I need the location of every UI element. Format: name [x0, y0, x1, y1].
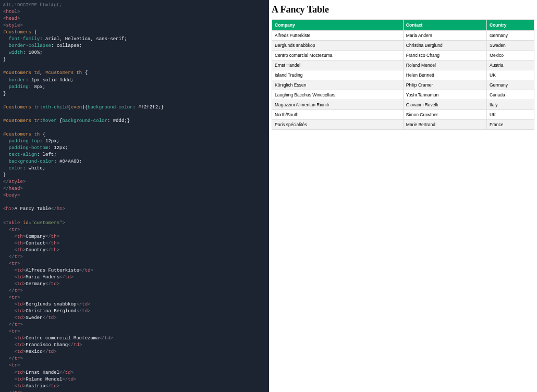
- table-cell: Yoshi Tannamuri: [403, 90, 486, 100]
- table-cell: Philip Cramer: [403, 80, 486, 90]
- table-cell: Sweden: [487, 41, 534, 51]
- table-cell: Canada: [487, 90, 534, 100]
- table-cell: Giovanni Rovelli: [403, 100, 486, 110]
- table-cell: Simon Crowther: [403, 110, 486, 120]
- table-cell: North/South: [272, 110, 404, 120]
- table-cell: Francisco Chang: [403, 51, 486, 60]
- page-title: A Fancy Table: [272, 4, 534, 15]
- table-cell: Maria Anders: [403, 31, 486, 41]
- col-company: Company: [272, 20, 404, 31]
- table-cell: Centro comercial Moctezuma: [272, 51, 404, 60]
- table-cell: Island Trading: [272, 70, 404, 80]
- table-cell: Magazzini Alimentari Riuniti: [272, 100, 404, 110]
- table-row: Magazzini Alimentari RiunitiGiovanni Rov…: [272, 100, 534, 110]
- col-contact: Contact: [403, 20, 486, 31]
- table-cell: Laughing Bacchus Winecellars: [272, 90, 404, 100]
- table-cell: Alfreds Futterkiste: [272, 31, 404, 41]
- table-cell: France: [487, 120, 534, 130]
- table-row: Laughing Bacchus WinecellarsYoshi Tannam…: [272, 90, 534, 100]
- table-row: Alfreds FutterkisteMaria AndersGermany: [272, 31, 534, 41]
- col-country: Country: [487, 20, 534, 31]
- table-cell: Germany: [487, 31, 534, 41]
- table-row: Ernst HandelRoland MendelAustria: [272, 60, 534, 70]
- table-cell: Berglunds snabbköp: [272, 41, 404, 51]
- table-row: Berglunds snabbköpChristina BerglundSwed…: [272, 41, 534, 51]
- table-cell: Germany: [487, 80, 534, 90]
- table-cell: Christina Berglund: [403, 41, 486, 51]
- table-cell: UK: [487, 110, 534, 120]
- table-row: Island TradingHelen BennettUK: [272, 70, 534, 80]
- table-row: Königlich EssenPhilip CramerGermany: [272, 80, 534, 90]
- table-cell: Helen Bennett: [403, 70, 486, 80]
- table-cell: Königlich Essen: [272, 80, 404, 90]
- table-header-row: Company Contact Country: [272, 20, 534, 31]
- table-cell: UK: [487, 70, 534, 80]
- code-editor[interactable]: &lt;!DOCTYPE html&gt;<html><head><style>…: [0, 0, 269, 392]
- table-cell: Marie Bertrand: [403, 120, 486, 130]
- preview-pane: A Fancy Table Company Contact Country Al…: [269, 0, 537, 392]
- table-row: Centro comercial MoctezumaFrancisco Chan…: [272, 51, 534, 60]
- table-row: North/SouthSimon CrowtherUK: [272, 110, 534, 120]
- table-row: Paris spécialitésMarie BertrandFrance: [272, 120, 534, 130]
- table-cell: Ernst Handel: [272, 60, 404, 70]
- table-cell: Austria: [487, 60, 534, 70]
- table-cell: Mexico: [487, 51, 534, 60]
- customers-table: Company Contact Country Alfreds Futterki…: [272, 19, 534, 130]
- table-cell: Italy: [487, 100, 534, 110]
- table-cell: Paris spécialités: [272, 120, 404, 130]
- table-cell: Roland Mendel: [403, 60, 486, 70]
